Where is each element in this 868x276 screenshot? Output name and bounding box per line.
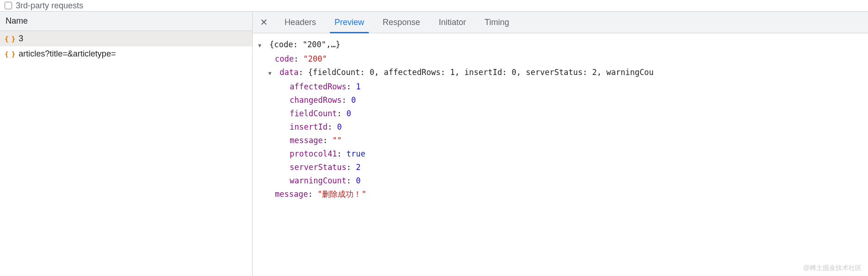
field-key: serverStatus — [290, 163, 347, 172]
main-container: Name { } 3 { } articles?title=&articlety… — [0, 11, 868, 276]
tree-field-warningCount[interactable]: warningCount: 0 — [258, 174, 862, 188]
third-party-checkbox[interactable] — [5, 2, 12, 9]
detail-panel: ✕ Headers Preview Response Initiator Tim… — [253, 12, 868, 276]
field-value: 0 — [347, 109, 351, 118]
json-icon: { } — [5, 50, 15, 58]
tree-field-insertId[interactable]: insertId: 0 — [258, 120, 862, 134]
tree-field-fieldCount[interactable]: fieldCount: 0 — [258, 107, 862, 120]
tree-root[interactable]: ▼ {code: "200",…} — [258, 38, 862, 52]
tab-preview[interactable]: Preview — [325, 12, 373, 33]
field-key: message — [290, 136, 323, 145]
tree-field-data[interactable]: ▼ data: {fieldCount: 0, affectedRows: 1,… — [258, 66, 862, 80]
expand-arrow-icon[interactable]: ▼ — [258, 39, 265, 52]
tabs-bar: ✕ Headers Preview Response Initiator Tim… — [253, 12, 868, 33]
field-key: changedRows — [290, 95, 342, 105]
field-value: "200" — [303, 54, 327, 63]
name-column-header[interactable]: Name — [0, 12, 252, 31]
request-name: articles?title=&articletype= — [19, 49, 116, 59]
field-value: 1 — [356, 82, 360, 91]
tree-field-message-inner[interactable]: message: "" — [258, 134, 862, 147]
preview-content[interactable]: ▼ {code: "200",…} code: "200" ▼ data: {f… — [253, 33, 868, 276]
data-summary: {fieldCount: 0, affectedRows: 1, insertI… — [308, 68, 654, 77]
request-list: { } 3 { } articles?title=&articletype= — [0, 31, 252, 276]
field-key: message — [275, 189, 308, 199]
field-value: 0 — [356, 176, 360, 185]
field-key: data — [279, 68, 298, 77]
tab-timing[interactable]: Timing — [475, 12, 518, 33]
tab-response[interactable]: Response — [373, 12, 429, 33]
field-value: true — [347, 149, 366, 158]
tab-headers[interactable]: Headers — [275, 12, 325, 33]
field-value: 2 — [356, 163, 360, 172]
tree-field-serverStatus[interactable]: serverStatus: 2 — [258, 161, 862, 174]
field-value: "删除成功！" — [317, 189, 366, 199]
tree-field-message[interactable]: message: "删除成功！" — [258, 188, 862, 201]
field-key: fieldCount — [290, 109, 337, 118]
third-party-filter: 3rd-party requests — [0, 0, 868, 11]
field-key: protocol41 — [290, 149, 337, 158]
tab-initiator[interactable]: Initiator — [429, 12, 475, 33]
tree-field-changedRows[interactable]: changedRows: 0 — [258, 94, 862, 107]
field-value: "" — [332, 136, 341, 145]
close-icon[interactable]: ✕ — [253, 17, 275, 28]
request-name: 3 — [19, 34, 23, 44]
third-party-label: 3rd-party requests — [16, 1, 83, 11]
field-key: affectedRows — [290, 82, 347, 91]
field-value: 0 — [337, 122, 341, 132]
root-summary: {code: "200",…} — [269, 40, 341, 49]
request-row[interactable]: { } 3 — [0, 31, 252, 46]
field-key: code — [275, 54, 294, 63]
tree-field-protocol41[interactable]: protocol41: true — [258, 147, 862, 161]
field-key: warningCount — [290, 176, 347, 185]
watermark: @稀土掘金技术社区 — [803, 264, 862, 272]
tree-field-affectedRows[interactable]: affectedRows: 1 — [258, 80, 862, 94]
json-icon: { } — [5, 35, 15, 43]
request-row[interactable]: { } articles?title=&articletype= — [0, 46, 252, 62]
field-value: 0 — [351, 95, 356, 105]
network-request-list-panel: Name { } 3 { } articles?title=&articlety… — [0, 12, 253, 276]
tree-field-code[interactable]: code: "200" — [258, 52, 862, 66]
expand-arrow-icon[interactable]: ▼ — [268, 67, 275, 80]
field-key: insertId — [290, 122, 328, 132]
